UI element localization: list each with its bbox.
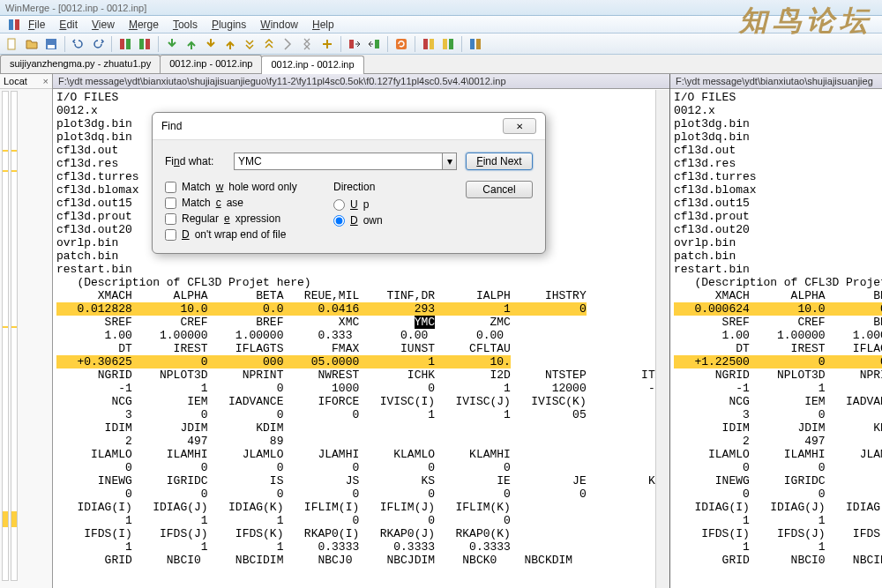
options-icon[interactable] xyxy=(467,35,484,53)
find-dialog: Find ✕ Find what: ▾ Find Next Match whol… xyxy=(152,112,546,254)
svg-rect-5 xyxy=(120,39,124,49)
all-left-icon[interactable] xyxy=(439,35,457,53)
next-diff2-icon[interactable] xyxy=(202,35,220,53)
menu-help[interactable]: Help xyxy=(305,17,341,33)
menu-edit[interactable]: Edit xyxy=(52,17,85,33)
diff-line: +1.22500 0 000 xyxy=(674,355,882,368)
first-diff-icon[interactable] xyxy=(260,35,278,53)
svg-rect-17 xyxy=(476,39,481,49)
svg-rect-8 xyxy=(146,39,150,49)
copy-right-icon[interactable] xyxy=(346,35,363,53)
svg-rect-4 xyxy=(48,45,55,48)
find-title-bar[interactable]: Find ✕ xyxy=(153,113,545,140)
tool-bar xyxy=(0,33,882,55)
search-match: YMC xyxy=(415,316,435,329)
menu-tools[interactable]: Tools xyxy=(166,17,205,33)
diff-line: +0.30625 0 000 05.0000 1 10. xyxy=(56,355,511,368)
direction-down-radio[interactable]: Down xyxy=(333,214,439,227)
menu-file[interactable]: FFileile xyxy=(21,17,52,33)
svg-rect-14 xyxy=(443,39,447,49)
menu-view[interactable]: View xyxy=(85,17,122,33)
svg-rect-10 xyxy=(375,40,379,48)
svg-rect-15 xyxy=(449,39,453,49)
diff2-icon[interactable] xyxy=(136,35,153,53)
last-diff-icon[interactable] xyxy=(241,35,258,53)
location-strip-left[interactable] xyxy=(2,91,9,581)
find-dropdown-icon[interactable]: ▾ xyxy=(443,153,457,170)
menu-bar: FFileile Edit View Merge Tools Plugins W… xyxy=(0,16,882,33)
diff-icon[interactable] xyxy=(116,35,134,53)
right-path: F:\ydt message\ydt\bianxiutao\shujiajisu… xyxy=(670,74,882,89)
svg-rect-2 xyxy=(8,39,15,49)
scrollbar-left[interactable] xyxy=(655,90,669,588)
svg-rect-0 xyxy=(9,19,13,30)
undo-icon[interactable] xyxy=(70,35,87,53)
right-editor[interactable]: I/O FILES 0012.x plot3dg.bin plot3dq.bin… xyxy=(670,89,882,569)
right-pane: F:\ydt message\ydt\bianxiutao\shujiajisu… xyxy=(670,74,882,588)
svg-rect-9 xyxy=(349,40,354,48)
menu-plugins[interactable]: Plugins xyxy=(205,17,253,33)
title-bar: WinMerge - [0012.inp - 0012.inp] xyxy=(0,0,882,16)
find-input[interactable] xyxy=(234,153,443,170)
app-icon xyxy=(7,18,21,32)
left-path: F:\ydt message\ydt\bianxiutao\shujiajisu… xyxy=(53,74,669,89)
svg-rect-16 xyxy=(470,39,475,49)
prev-diff2-icon[interactable] xyxy=(221,35,239,53)
match-case-check[interactable]: Match case xyxy=(165,197,307,209)
svg-rect-12 xyxy=(423,39,428,49)
open-icon[interactable] xyxy=(23,35,41,53)
find-title: Find xyxy=(161,120,182,132)
regex-check[interactable]: Regular expression xyxy=(165,212,307,225)
svg-rect-13 xyxy=(430,39,434,49)
match-word-check[interactable]: Match whole word only xyxy=(165,181,307,193)
svg-rect-1 xyxy=(15,19,19,30)
menu-window[interactable]: Window xyxy=(253,17,305,33)
direction-label: Direction xyxy=(333,181,439,193)
find-close-button[interactable]: ✕ xyxy=(503,118,536,134)
location-title: Locat xyxy=(4,76,27,86)
tab-bar: suijiyanzhengma.py - zhuatu1.py 0012.inp… xyxy=(0,55,882,74)
find-next-button[interactable]: Find Next xyxy=(466,153,533,170)
find-what-label: Find what: xyxy=(165,155,225,167)
save-icon[interactable] xyxy=(42,35,60,53)
svg-rect-6 xyxy=(126,39,131,49)
go-next-icon[interactable] xyxy=(280,35,297,53)
cancel-button[interactable]: Cancel xyxy=(466,181,533,198)
new-icon[interactable] xyxy=(4,35,21,53)
redo-icon[interactable] xyxy=(89,35,107,53)
nowrap-check[interactable]: Don't wrap end of file xyxy=(165,228,307,241)
tab-3[interactable]: 0012.inp - 0012.inp xyxy=(261,56,363,74)
refresh-icon[interactable] xyxy=(392,35,410,53)
prev-diff-icon[interactable] xyxy=(183,35,200,53)
tab-2[interactable]: 0012.inp - 0012.inp xyxy=(160,55,262,73)
copy-left-icon[interactable] xyxy=(365,35,383,53)
go-prev-icon[interactable] xyxy=(299,35,317,53)
direction-up-radio[interactable]: Up xyxy=(333,198,439,211)
diff-line: 0.012828 10.0 0.0 0.0416 293 1 0 xyxy=(56,302,587,316)
svg-rect-7 xyxy=(139,39,144,49)
menu-merge[interactable]: Merge xyxy=(122,17,166,33)
location-close-icon[interactable]: × xyxy=(43,76,49,86)
location-strip-right[interactable] xyxy=(11,91,18,581)
all-right-icon[interactable] xyxy=(420,35,437,53)
svg-rect-11 xyxy=(396,39,407,49)
diff-line: 0.000624 10.0 0.0 xyxy=(674,302,882,316)
current-diff-icon[interactable] xyxy=(318,35,336,53)
tab-1[interactable]: suijiyanzhengma.py - zhuatu1.py xyxy=(0,55,161,73)
window-title: WinMerge - [0012.inp - 0012.inp] xyxy=(5,3,146,13)
next-diff-icon[interactable] xyxy=(163,35,181,53)
location-pane: Locat × xyxy=(0,74,53,588)
